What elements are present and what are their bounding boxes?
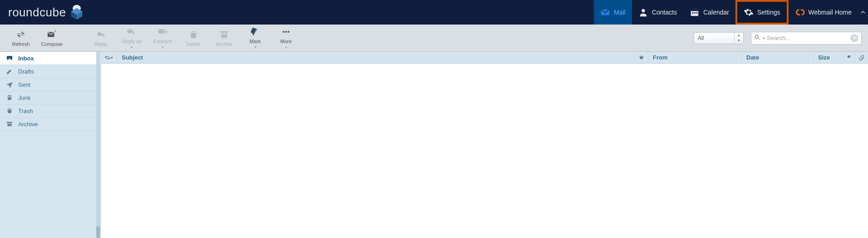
- svg-point-9: [282, 30, 284, 32]
- gear-icon: [744, 7, 754, 17]
- content-area: Inbox Drafts Sent Junk Trash Archive: [0, 52, 868, 238]
- person-icon: [638, 7, 648, 17]
- svg-point-12: [755, 35, 758, 38]
- svg-text:+: +: [54, 30, 57, 34]
- col-subject[interactable]: Subject: [117, 52, 635, 63]
- paperclip-icon: [858, 55, 865, 61]
- stepper-icon: ▲▼: [734, 33, 743, 44]
- search-input[interactable]: [767, 35, 848, 41]
- folder-label: Trash: [18, 108, 33, 114]
- nav-calendar-label: Calendar: [703, 9, 729, 16]
- mark-button[interactable]: Mark ▾: [240, 25, 271, 51]
- col-size-label: Size: [818, 54, 830, 61]
- gear-icon: [104, 55, 111, 61]
- col-attachment[interactable]: [855, 52, 868, 63]
- compose-label: Compose: [41, 41, 62, 47]
- clear-search-button[interactable]: ✕: [850, 34, 858, 42]
- chevron-down-icon: ▾: [131, 45, 133, 50]
- cpanel-icon: [795, 7, 805, 17]
- reply-icon: [95, 30, 107, 40]
- ellipsis-icon: [280, 27, 292, 38]
- chevron-down-icon: ▾: [162, 45, 164, 50]
- delete-label: Delete: [186, 41, 201, 47]
- archive-label: Archive: [216, 41, 233, 47]
- folder-label: Inbox: [18, 55, 34, 62]
- compose-icon: +: [46, 30, 58, 40]
- account-dropdown-caret[interactable]: [858, 0, 868, 25]
- folder-scrollbar[interactable]: [96, 52, 100, 238]
- more-label: More: [280, 39, 291, 44]
- refresh-label: Refresh: [12, 41, 30, 47]
- archive-icon: [5, 120, 14, 128]
- folder-archive[interactable]: Archive: [0, 118, 100, 131]
- col-date-label: Date: [746, 54, 759, 61]
- folder-junk[interactable]: Junk: [0, 91, 100, 104]
- inbox-icon: [5, 55, 14, 62]
- search-box[interactable]: ▾ ✕: [751, 32, 862, 45]
- filter-scope-select[interactable]: All ▲▼: [694, 32, 744, 44]
- top-nav: Mail Contacts Calendar Settings Webmail …: [594, 0, 868, 25]
- nav-mail[interactable]: Mail: [594, 0, 632, 25]
- col-date[interactable]: Date: [742, 52, 814, 63]
- nav-webmail-home[interactable]: Webmail Home: [789, 0, 858, 25]
- nav-calendar[interactable]: Calendar: [683, 0, 735, 25]
- col-subject-label: Subject: [122, 54, 143, 61]
- star-icon: [638, 55, 645, 61]
- col-flag[interactable]: [843, 52, 855, 63]
- filter-scope-value: All: [698, 35, 704, 41]
- pencil-icon: [5, 68, 14, 75]
- forward-button[interactable]: Forward ▾: [147, 25, 178, 51]
- folder-drafts[interactable]: Drafts: [0, 65, 100, 78]
- chevron-down-icon: ▾: [285, 45, 287, 50]
- roundcube-cube-icon: [69, 4, 85, 20]
- chevron-down-icon[interactable]: ▾: [763, 36, 765, 40]
- col-from-label: From: [653, 54, 668, 61]
- message-list: ▾ Subject From Date Size: [101, 52, 868, 238]
- nav-webmail-home-label: Webmail Home: [809, 9, 852, 16]
- forward-label: Forward: [153, 39, 172, 44]
- nav-settings[interactable]: Settings: [735, 0, 789, 25]
- reply-all-button[interactable]: Reply all ▾: [116, 25, 147, 51]
- nav-mail-label: Mail: [614, 9, 626, 16]
- folder-inbox[interactable]: Inbox: [0, 52, 100, 65]
- folder-trash[interactable]: Trash: [0, 104, 100, 118]
- col-from[interactable]: From: [648, 52, 742, 63]
- svg-rect-6: [696, 12, 698, 14]
- reply-all-label: Reply all: [122, 39, 141, 44]
- folder-sent[interactable]: Sent: [0, 78, 100, 91]
- calendar-icon: [690, 7, 700, 17]
- reply-label: Reply: [94, 41, 107, 47]
- svg-rect-5: [694, 12, 695, 14]
- refresh-button[interactable]: Refresh: [5, 25, 36, 51]
- nav-contacts[interactable]: Contacts: [632, 0, 683, 25]
- mark-label: Mark: [250, 39, 261, 44]
- col-flagged[interactable]: [635, 52, 648, 63]
- mail-toolbar: Refresh + Compose Reply Reply all ▾ Forw…: [0, 25, 868, 52]
- folder-label: Sent: [18, 81, 30, 88]
- chevron-down-icon: ▾: [254, 45, 256, 50]
- compose-button[interactable]: + Compose: [36, 25, 67, 51]
- svg-point-11: [287, 30, 289, 32]
- folder-label: Junk: [18, 94, 30, 101]
- svg-rect-3: [691, 9, 699, 11]
- mail-icon: [600, 7, 610, 17]
- forward-icon: [157, 27, 168, 38]
- archive-button[interactable]: Archive: [209, 25, 240, 51]
- nav-contacts-label: Contacts: [652, 9, 677, 16]
- more-button[interactable]: More ▾: [271, 25, 301, 51]
- brand-text: roundcube: [8, 5, 66, 20]
- col-size[interactable]: Size: [814, 52, 843, 63]
- svg-point-10: [285, 30, 287, 32]
- refresh-icon: [15, 30, 27, 40]
- nav-settings-label: Settings: [757, 9, 780, 16]
- delete-button[interactable]: Delete: [178, 25, 209, 51]
- folder-label: Drafts: [18, 68, 34, 75]
- folder-list: Inbox Drafts Sent Junk Trash Archive: [0, 52, 101, 238]
- folder-label: Archive: [18, 121, 38, 128]
- top-header: roundcube Mail Contacts: [0, 0, 868, 25]
- svg-rect-8: [223, 35, 225, 35]
- list-options-button[interactable]: ▾: [101, 52, 117, 63]
- search-icon: [754, 34, 760, 42]
- svg-rect-4: [692, 12, 694, 14]
- reply-button[interactable]: Reply: [85, 25, 116, 51]
